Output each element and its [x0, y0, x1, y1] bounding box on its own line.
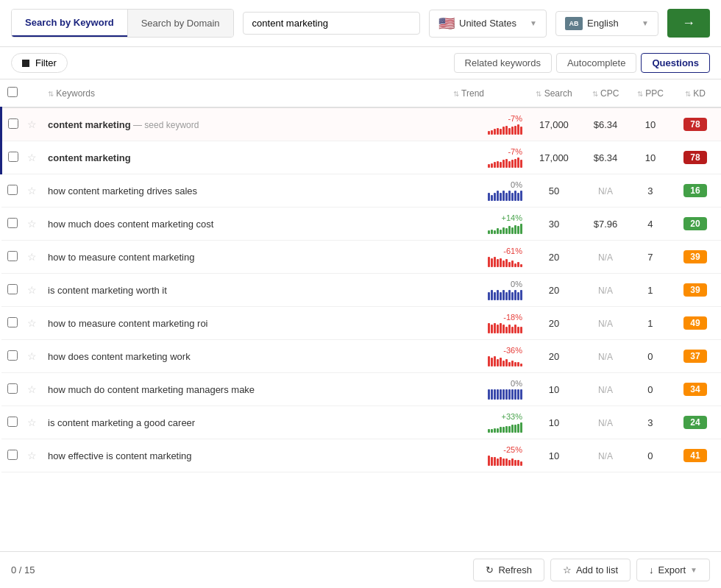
star-icon[interactable]: ☆: [27, 284, 37, 296]
language-chevron-icon: ▼: [642, 19, 649, 27]
row-check: [1, 141, 25, 174]
star-icon[interactable]: ☆: [27, 317, 37, 329]
trend-pct: -36%: [503, 346, 522, 355]
col-ppc[interactable]: ⇅ PPC: [631, 79, 670, 107]
star-icon[interactable]: ☆: [27, 251, 37, 263]
row-trend: -18%: [447, 307, 528, 340]
row-keyword: how to measure content marketing: [42, 241, 447, 274]
row-checkbox[interactable]: [7, 284, 18, 294]
table-row: ☆ content marketing -7% 17,000 $6.34 10 …: [1, 141, 722, 174]
search-input[interactable]: [252, 18, 411, 29]
kd-badge: 39: [683, 250, 707, 263]
row-search: 17,000: [528, 107, 580, 141]
star-icon[interactable]: ☆: [27, 152, 37, 163]
row-trend: 0%: [447, 274, 528, 307]
filter-tabs: Related keywords Autocomplete Questions: [454, 53, 710, 73]
row-keyword: is content marketing worth it: [42, 274, 447, 307]
kd-badge: 39: [683, 283, 707, 297]
row-keyword: is content marketing a good career: [42, 406, 447, 439]
row-checkbox[interactable]: [7, 383, 18, 394]
filter-label: Filter: [35, 57, 57, 68]
row-cpc: N/A: [580, 307, 631, 340]
row-checkbox[interactable]: [8, 118, 18, 129]
row-search: 10: [528, 439, 580, 472]
row-trend: 0%: [447, 174, 528, 208]
row-star: ☆: [24, 208, 42, 241]
row-cpc: $7.96: [580, 208, 631, 241]
row-ppc: 1: [631, 274, 670, 307]
select-all-checkbox[interactable]: [7, 87, 18, 97]
export-icon: ↓: [649, 564, 654, 575]
star-icon[interactable]: ☆: [27, 118, 37, 130]
row-ppc: 7: [631, 241, 670, 274]
keywords-sort-icon: ⇅: [48, 90, 54, 98]
country-name: United States: [459, 18, 516, 29]
star-icon[interactable]: ☆: [27, 383, 37, 395]
col-keywords[interactable]: ⇅ Keywords: [42, 79, 447, 107]
row-checkbox[interactable]: [8, 152, 18, 162]
keyword-text: how much do content marketing managers m…: [48, 384, 255, 395]
row-checkbox[interactable]: [7, 417, 18, 427]
row-checkbox[interactable]: [7, 251, 18, 261]
star-icon[interactable]: ☆: [27, 350, 37, 362]
filter-tab-related[interactable]: Related keywords: [454, 53, 552, 73]
col-trend[interactable]: ⇅ Trend: [447, 79, 528, 107]
row-kd: 41: [670, 439, 721, 472]
search-tabs: Search by Keyword Search by Domain: [11, 9, 234, 38]
search-header-label: Search: [544, 88, 572, 99]
filter-tab-autocomplete[interactable]: Autocomplete: [556, 53, 637, 73]
col-kd[interactable]: ⇅ KD: [670, 79, 721, 107]
pagination-total: 15: [24, 564, 35, 575]
table-row: ☆ how much do content marketing managers…: [1, 373, 722, 406]
filter-button[interactable]: Filter: [11, 53, 68, 73]
ppc-sort-icon: ⇅: [637, 90, 643, 98]
export-label: Export: [658, 564, 686, 575]
search-button[interactable]: →: [667, 9, 710, 38]
filter-tab-questions[interactable]: Questions: [641, 53, 710, 73]
star-icon[interactable]: ☆: [27, 450, 37, 461]
country-select[interactable]: 🇺🇸 United States ▼: [429, 10, 547, 38]
ppc-header-label: PPC: [645, 88, 664, 99]
row-search: 20: [528, 274, 580, 307]
trend-pct: 0%: [511, 180, 522, 189]
table-row: ☆ how content marketing drives sales 0% …: [1, 174, 722, 208]
row-search: 10: [528, 373, 580, 406]
star-icon[interactable]: ☆: [27, 185, 37, 196]
kd-sort-icon: ⇅: [685, 90, 691, 98]
kd-badge: 16: [683, 184, 707, 197]
row-kd: 20: [670, 208, 721, 241]
row-ppc: 10: [631, 141, 670, 174]
tab-keyword[interactable]: Search by Keyword: [12, 10, 127, 37]
kd-badge: 20: [683, 217, 707, 230]
row-checkbox[interactable]: [7, 350, 18, 361]
add-to-list-button[interactable]: ☆ Add to list: [550, 559, 631, 581]
row-kd: 39: [670, 241, 721, 274]
row-keyword: content marketing — seed keyword: [42, 107, 447, 141]
row-checkbox[interactable]: [7, 317, 18, 327]
star-icon[interactable]: ☆: [27, 417, 37, 428]
row-check: [1, 174, 25, 208]
row-checkbox[interactable]: [7, 185, 18, 195]
row-kd: 78: [670, 107, 721, 141]
star-icon[interactable]: ☆: [27, 218, 37, 230]
trend-sort-icon: ⇅: [453, 90, 459, 98]
row-checkbox[interactable]: [7, 218, 18, 228]
refresh-button[interactable]: ↻ Refresh: [473, 559, 544, 581]
row-ppc: 4: [631, 208, 670, 241]
row-star: ☆: [24, 274, 42, 307]
row-trend: -7%: [447, 107, 528, 141]
col-star: [24, 79, 42, 107]
kd-badge: 37: [683, 350, 707, 363]
row-check: [1, 241, 25, 274]
row-kd: 24: [670, 406, 721, 439]
row-checkbox[interactable]: [7, 450, 18, 460]
bottom-bar: 0 / 15 ↻ Refresh ☆ Add to list ↓ Export …: [0, 551, 721, 588]
row-keyword: how much do content marketing managers m…: [42, 373, 447, 406]
row-trend: -36%: [447, 340, 528, 373]
row-keyword: how effective is content marketing: [42, 439, 447, 472]
col-search[interactable]: ⇅ Search: [528, 79, 580, 107]
language-select[interactable]: AB English ▼: [555, 11, 658, 36]
tab-domain[interactable]: Search by Domain: [127, 10, 233, 37]
export-button[interactable]: ↓ Export ▼: [636, 559, 710, 581]
col-cpc[interactable]: ⇅ CPC: [580, 79, 631, 107]
